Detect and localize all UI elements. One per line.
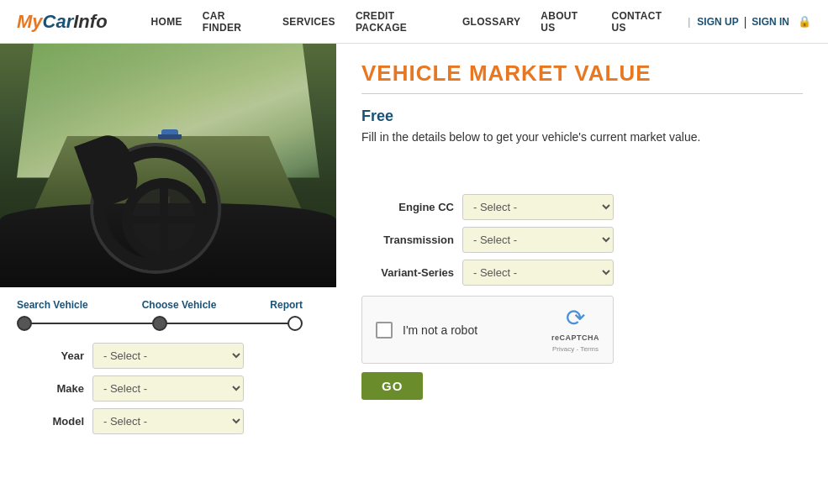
make-label: Make <box>8 382 84 395</box>
captcha-checkbox[interactable] <box>376 322 393 339</box>
logo[interactable]: MyCarInfo <box>17 11 108 33</box>
left-form-fields: Year - Select - Make - Select - Model - … <box>0 339 336 449</box>
go-button[interactable]: GO <box>361 372 423 400</box>
form-group-variant-series: Variant-Series - Select - <box>361 260 803 286</box>
captcha-left: I'm not a robot <box>376 322 477 339</box>
right-column: VEHICLE MARKET VALUE Free Fill in the de… <box>336 44 828 449</box>
make-select[interactable]: - Select - <box>92 375 244 402</box>
right-form-fields: Engine CC - Select - Transmission - Sele… <box>361 194 803 400</box>
model-select[interactable]: - Select - <box>92 408 244 434</box>
nav-divider: | <box>684 16 694 28</box>
form-group-year: Year - Select - <box>8 343 328 369</box>
page-title: VEHICLE MARKET VALUE <box>361 60 803 87</box>
nav-contact-us[interactable]: CONTACT US <box>601 0 684 44</box>
main-layout: Search Vehicle Choose Vehicle Report Yea… <box>0 44 828 449</box>
engine-cc-select[interactable]: - Select - <box>462 194 614 220</box>
description: Fill in the details below to get your ve… <box>361 130 803 144</box>
form-group-model: Model - Select - <box>8 408 328 434</box>
signup-link[interactable]: SIGN UP <box>694 16 741 28</box>
captcha-box: I'm not a robot ⟳ reCAPTCHA Privacy - Te… <box>361 296 614 364</box>
header: MyCarInfo HOME CAR FINDER SERVICES CREDI… <box>0 0 828 44</box>
recaptcha-icon: ⟳ <box>566 307 585 330</box>
nav-glossary[interactable]: GLOSSARY <box>452 0 530 44</box>
auth-separator: | <box>744 15 747 29</box>
steps-labels: Search Vehicle Choose Vehicle Report <box>17 299 303 311</box>
form-group-engine-cc: Engine CC - Select - <box>361 194 803 220</box>
progress-bar <box>17 316 303 331</box>
variant-series-label: Variant-Series <box>361 266 454 279</box>
lock-icon: 🔒 <box>798 15 811 28</box>
year-select[interactable]: - Select - <box>92 343 244 369</box>
steps-area: Search Vehicle Choose Vehicle Report <box>0 287 336 339</box>
form-group-make: Make - Select - <box>8 375 328 402</box>
far-car <box>161 129 178 139</box>
logo-my: My <box>17 11 43 32</box>
step-dot-1[interactable] <box>17 316 32 331</box>
captcha-text: I'm not a robot <box>403 323 477 337</box>
main-nav: HOME CAR FINDER SERVICES CREDIT PACKAGE … <box>141 0 694 44</box>
transmission-label: Transmission <box>361 234 454 246</box>
recaptcha-brand: reCAPTCHA <box>551 333 599 342</box>
variant-series-select[interactable]: - Select - <box>462 260 614 286</box>
free-label: Free <box>361 108 803 125</box>
nav-car-finder[interactable]: CAR FINDER <box>192 0 272 44</box>
step-3-label[interactable]: Report <box>270 299 303 311</box>
step-dot-2[interactable] <box>152 316 167 331</box>
step-dot-3[interactable] <box>287 316 303 331</box>
title-divider <box>361 93 803 94</box>
left-column: Search Vehicle Choose Vehicle Report Yea… <box>0 44 336 449</box>
logo-info: Info <box>73 11 107 32</box>
nav-home[interactable]: HOME <box>141 0 192 44</box>
model-label: Model <box>8 415 84 428</box>
go-button-wrapper: GO <box>361 372 803 400</box>
engine-cc-label: Engine CC <box>361 201 454 213</box>
recaptcha-links: Privacy - Terms <box>552 345 599 353</box>
nav-about-us[interactable]: ABOUT US <box>530 0 601 44</box>
car-image <box>0 44 336 287</box>
captcha-container: I'm not a robot ⟳ reCAPTCHA Privacy - Te… <box>361 296 803 364</box>
year-label: Year <box>8 349 84 362</box>
signin-link[interactable]: SIGN IN <box>748 16 793 28</box>
nav-credit-package[interactable]: CREDIT PACKAGE <box>345 0 452 44</box>
nav-auth: SIGN UP | SIGN IN 🔒 <box>694 15 811 29</box>
captcha-right: ⟳ reCAPTCHA Privacy - Terms <box>551 307 599 353</box>
form-group-transmission: Transmission - Select - <box>361 227 803 253</box>
transmission-select[interactable]: - Select - <box>462 227 614 253</box>
nav-services[interactable]: SERVICES <box>272 0 345 44</box>
step-1-label[interactable]: Search Vehicle <box>17 299 88 311</box>
windshield <box>0 44 336 178</box>
logo-car: Car <box>43 11 74 32</box>
step-2-label[interactable]: Choose Vehicle <box>142 299 217 311</box>
